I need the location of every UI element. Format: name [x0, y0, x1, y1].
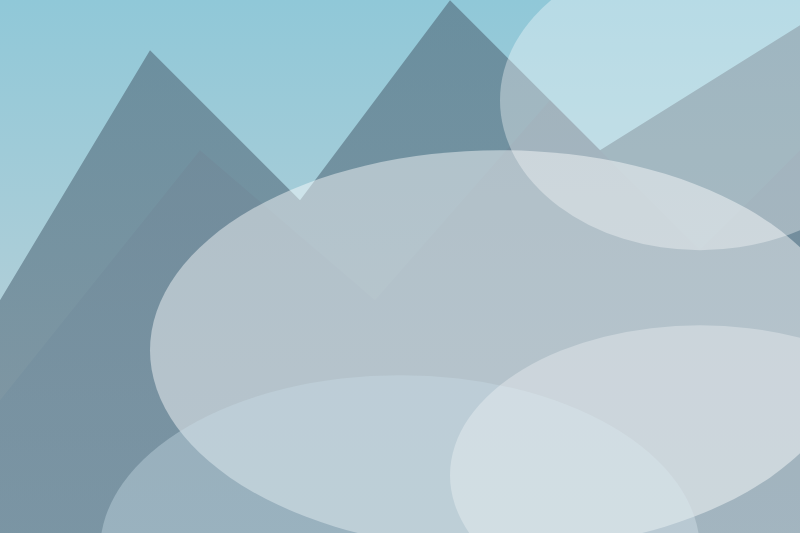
background: Control & Region Security& Privacy Spotl… [0, 0, 800, 533]
desktop-wallpaper [0, 0, 800, 533]
